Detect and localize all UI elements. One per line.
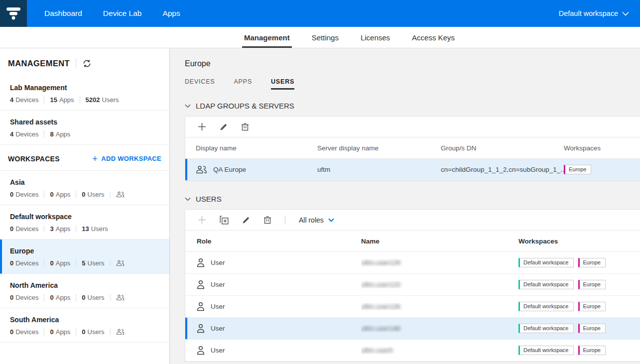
person-icon: [197, 280, 205, 289]
ldap-group-display-name: QA Europe: [213, 166, 246, 173]
chevron-down-icon: [185, 197, 191, 201]
group-icon[interactable]: [110, 260, 125, 266]
user-table-row[interactable]: User uftm.user5 Default workspace Europe: [185, 340, 640, 362]
user-name: uftm.user123: [361, 281, 400, 288]
user-name: uftm.user148: [361, 325, 400, 332]
main-panel: Europe DEVICES APPS USERS LDAP GROUPS & …: [170, 48, 640, 364]
user-table-row[interactable]: User uftm.user148 Default workspace Euro…: [185, 318, 640, 340]
tab-management[interactable]: Management: [233, 27, 301, 48]
user-name: uftm.user129: [361, 259, 400, 266]
divider: [76, 58, 76, 68]
app-logo[interactable]: [0, 0, 27, 27]
column-header: Name: [361, 238, 518, 245]
group-icon[interactable]: [110, 191, 125, 198]
sidebar-item-default-workspace[interactable]: Default workspace 0Devices 3Apps 13Users: [0, 205, 169, 240]
trash-icon[interactable]: [241, 122, 249, 131]
add-existing-icon[interactable]: [220, 216, 229, 225]
ldap-table-header: Display name Server display name Group/s…: [185, 137, 640, 159]
plus-icon: +: [92, 154, 98, 163]
nav-item-dashboard[interactable]: Dashboard: [34, 0, 93, 27]
secondary-tabbar: Management Settings Licenses Access Keys: [0, 27, 640, 48]
tab-devices[interactable]: DEVICES: [185, 78, 215, 90]
item-name: Europe: [10, 247, 161, 255]
workspace-badge: Europe: [578, 258, 606, 267]
sidebar-item-north-america[interactable]: North America 0Devices 0Apps 0Users: [0, 274, 169, 308]
workspace-badge: Default workspace: [518, 302, 574, 311]
workspace-badge: Default workspace: [518, 280, 574, 289]
workspace-badge: Europe: [578, 280, 606, 289]
management-sidebar: MANAGEMENT Lab Management 4Devices 15App…: [0, 48, 170, 364]
column-header: Workspaces: [564, 144, 640, 152]
workspace-selector-label: Default workspace: [559, 9, 618, 17]
column-header: Display name: [185, 144, 317, 152]
chevron-down-icon: [622, 11, 629, 16]
item-name: Asia: [10, 178, 161, 186]
users-toolbar: All roles: [185, 210, 640, 231]
refresh-icon[interactable]: [82, 59, 92, 68]
users-table-card: All roles Role Name Workspaces: [185, 209, 640, 362]
sidebar-item-europe[interactable]: Europe 0Devices 0Apps 5Users: [0, 240, 169, 274]
item-name: South America: [10, 316, 161, 324]
divider: [285, 216, 285, 225]
item-name: Default workspace: [10, 213, 161, 221]
ldap-section-header[interactable]: LDAP GROUPS & SERVERS: [185, 102, 640, 110]
tab-apps[interactable]: APPS: [234, 78, 252, 90]
ldap-table-row[interactable]: QA Europe uftm cn=childGroup_1_1_2,cn=su…: [185, 159, 640, 181]
tab-access-keys[interactable]: Access Keys: [401, 27, 466, 48]
roles-filter-dropdown[interactable]: All roles: [299, 216, 334, 224]
person-icon: [197, 346, 205, 355]
sidebar-item-lab-management[interactable]: Lab Management 4Devices 15Apps 5202Users: [0, 76, 169, 111]
pencil-icon[interactable]: [242, 216, 250, 224]
users-table-header: Role Name Workspaces: [185, 231, 640, 252]
user-role: User: [211, 281, 225, 288]
nav-item-device-lab[interactable]: Device Lab: [93, 0, 152, 27]
tab-users[interactable]: USERS: [271, 78, 294, 90]
workspace-badge: Default workspace: [518, 324, 574, 333]
primary-nav: Dashboard Device Lab Apps: [34, 0, 191, 27]
chevron-down-icon: [328, 218, 334, 222]
person-icon: [197, 302, 205, 311]
group-icon: [196, 165, 207, 174]
add-icon[interactable]: [198, 216, 206, 224]
nav-item-apps[interactable]: Apps: [152, 0, 190, 27]
column-header: Group/s DN: [441, 144, 564, 152]
item-name: Shared assets: [10, 118, 161, 126]
pencil-icon[interactable]: [220, 123, 228, 131]
add-workspace-button[interactable]: + ADD WORKSPACE: [92, 154, 161, 163]
add-icon[interactable]: [198, 122, 206, 131]
workspace-page-title: Europe: [185, 59, 640, 68]
users-section-header[interactable]: USERS: [185, 195, 640, 203]
workspaces-header: WORKSPACES: [8, 155, 60, 163]
person-icon: [197, 324, 205, 333]
item-name: Lab Management: [10, 84, 161, 92]
user-role: User: [211, 347, 225, 354]
workspace-badge: Default workspace: [518, 258, 574, 267]
column-header: Server display name: [317, 144, 441, 152]
user-name: uftm.user126: [361, 303, 400, 310]
sidebar-item-shared-assets[interactable]: Shared assets 4Devices 8Apps: [0, 111, 169, 145]
user-name: uftm.user5: [361, 347, 393, 354]
sidebar-item-south-america[interactable]: South America 0Devices 0Apps 0Users: [0, 308, 169, 343]
group-icon[interactable]: [110, 329, 125, 335]
sidebar-title: MANAGEMENT: [8, 59, 70, 68]
top-navbar: Dashboard Device Lab Apps Default worksp…: [0, 0, 640, 27]
item-name: North America: [10, 281, 161, 289]
group-icon[interactable]: [110, 294, 125, 301]
filter-funnel-icon: [6, 7, 21, 20]
tab-licenses[interactable]: Licenses: [350, 27, 401, 48]
user-table-row[interactable]: User uftm.user129 Default workspace Euro…: [185, 252, 640, 274]
chevron-down-icon: [185, 104, 191, 108]
workspace-badge: Europe: [578, 346, 606, 355]
workspace-badge: Default workspace: [518, 346, 574, 355]
trash-icon[interactable]: [263, 216, 271, 224]
ldap-table-card: Display name Server display name Group/s…: [185, 116, 640, 181]
user-table-row[interactable]: User uftm.user123 Default workspace Euro…: [185, 274, 640, 296]
workspace-selector[interactable]: Default workspace: [559, 9, 640, 17]
user-table-row[interactable]: User uftm.user126 Default workspace Euro…: [185, 296, 640, 318]
column-header: Role: [185, 238, 361, 245]
user-role: User: [211, 303, 225, 310]
column-header: Workspaces: [518, 238, 640, 245]
tab-settings[interactable]: Settings: [301, 27, 350, 48]
ldap-server-name: uftm: [317, 166, 441, 173]
sidebar-item-asia[interactable]: Asia 0Devices 0Apps 0Users: [0, 171, 169, 205]
